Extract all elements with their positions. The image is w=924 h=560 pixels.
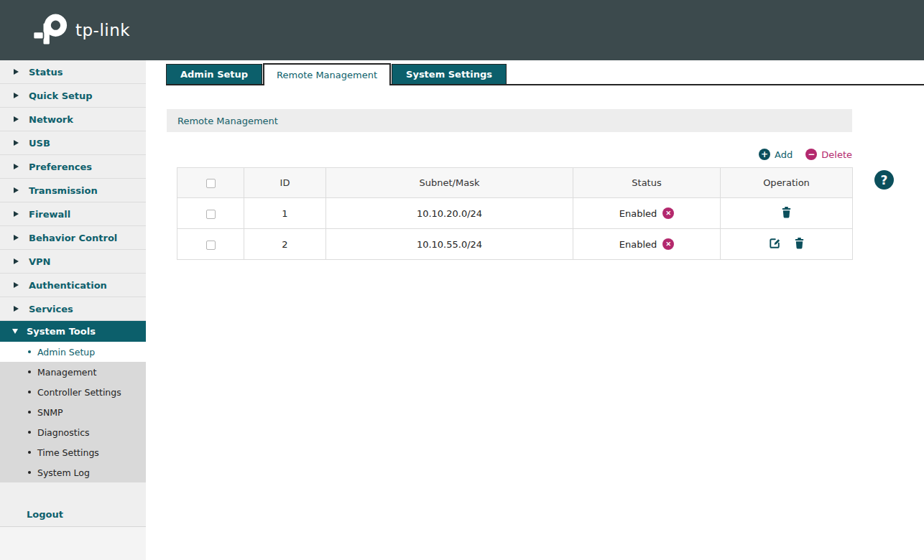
sidebar-subitem-label: Admin Setup bbox=[37, 347, 95, 358]
sidebar-subitem-label: Controller Settings bbox=[37, 387, 121, 398]
delete-button-label: Delete bbox=[821, 149, 852, 160]
chevron-right-icon bbox=[14, 306, 19, 312]
top-header: tp-link bbox=[0, 0, 924, 60]
bullet-icon bbox=[28, 451, 31, 454]
status-cell: Enabled ✕ bbox=[573, 198, 721, 229]
sidebar-item-preferences[interactable]: Preferences bbox=[0, 155, 146, 179]
bullet-icon bbox=[28, 411, 31, 414]
delete-row-button[interactable] bbox=[777, 206, 795, 220]
sidebar-item-behavior-control[interactable]: Behavior Control bbox=[0, 226, 146, 250]
sidebar-item-vpn[interactable]: VPN bbox=[0, 250, 146, 274]
bullet-icon bbox=[28, 391, 31, 393]
subnet-mask-cell: 10.10.55.0/24 bbox=[326, 229, 573, 260]
status-text: Enabled bbox=[619, 239, 657, 250]
sidebar-item-transmission[interactable]: Transmission bbox=[0, 179, 146, 202]
subnet-mask-cell: 10.10.20.0/24 bbox=[326, 198, 573, 229]
bullet-icon bbox=[28, 370, 31, 373]
table-row: 2 10.10.55.0/24 Enabled ✕ bbox=[177, 229, 853, 260]
sidebar-subitem-label: SNMP bbox=[37, 407, 63, 418]
sidebar-item-firewall[interactable]: Firewall bbox=[0, 202, 146, 226]
tab-bar: Admin Setup Remote Management System Set… bbox=[166, 63, 924, 85]
disable-button[interactable]: ✕ bbox=[662, 207, 674, 219]
chevron-right-icon bbox=[14, 140, 19, 146]
column-header-operation: Operation bbox=[721, 168, 853, 198]
sidebar-item-authentication[interactable]: Authentication bbox=[0, 274, 146, 297]
sidebar-subitem-label: Diagnostics bbox=[37, 427, 90, 438]
chevron-right-icon bbox=[14, 164, 19, 169]
sidebar: Status Quick Setup Network USB Preferenc… bbox=[0, 60, 146, 560]
logout-section: Logout bbox=[0, 482, 146, 527]
add-button[interactable]: + Add bbox=[759, 149, 793, 160]
add-button-label: Add bbox=[775, 149, 793, 160]
tp-link-logo: tp-link bbox=[32, 14, 130, 47]
sidebar-item-label: Quick Setup bbox=[29, 90, 93, 101]
sidebar-subitem-admin-setup[interactable]: Admin Setup bbox=[0, 342, 146, 362]
section-header: Remote Management bbox=[167, 109, 852, 132]
select-all-checkbox[interactable] bbox=[206, 179, 216, 188]
bullet-icon bbox=[28, 471, 31, 474]
tp-link-logo-mark bbox=[32, 14, 69, 47]
delete-row-button[interactable] bbox=[790, 237, 808, 251]
disable-button[interactable]: ✕ bbox=[662, 238, 674, 250]
row-checkbox[interactable] bbox=[206, 210, 216, 219]
column-header-id: ID bbox=[244, 168, 326, 198]
close-icon: ✕ bbox=[665, 241, 671, 248]
chevron-right-icon bbox=[14, 235, 19, 241]
column-header-subnet-mask: Subnet/Mask bbox=[326, 168, 573, 198]
sidebar-subitem-management[interactable]: Management bbox=[0, 362, 146, 382]
section-title: Remote Management bbox=[177, 116, 278, 126]
minus-icon: − bbox=[805, 149, 817, 160]
help-button[interactable]: ? bbox=[874, 170, 894, 190]
logout-button[interactable]: Logout bbox=[0, 502, 146, 526]
sidebar-item-label: Status bbox=[29, 67, 63, 78]
sidebar-subitem-diagnostics[interactable]: Diagnostics bbox=[0, 422, 146, 442]
tab-remote-management[interactable]: Remote Management bbox=[263, 63, 391, 85]
sidebar-item-network[interactable]: Network bbox=[0, 108, 146, 131]
bullet-icon bbox=[28, 431, 31, 434]
sidebar-filler bbox=[0, 527, 146, 560]
chevron-right-icon bbox=[14, 211, 19, 217]
sidebar-item-label: Preferences bbox=[29, 162, 92, 172]
plus-icon: + bbox=[759, 149, 770, 160]
chevron-right-icon bbox=[14, 187, 19, 193]
sidebar-subitem-label: Time Settings bbox=[37, 447, 99, 458]
tab-admin-setup[interactable]: Admin Setup bbox=[166, 64, 262, 84]
sidebar-item-label: Transmission bbox=[29, 185, 98, 196]
sidebar-subitem-controller-settings[interactable]: Controller Settings bbox=[0, 382, 146, 402]
status-text: Enabled bbox=[619, 208, 657, 219]
sidebar-item-label: System Tools bbox=[27, 326, 96, 337]
toolbar: + Add − Delete bbox=[167, 149, 852, 160]
id-cell: 2 bbox=[244, 229, 326, 260]
close-icon: ✕ bbox=[665, 210, 671, 217]
sidebar-item-usb[interactable]: USB bbox=[0, 131, 146, 155]
sidebar-subitem-system-log[interactable]: System Log bbox=[0, 462, 146, 482]
row-checkbox[interactable] bbox=[206, 241, 216, 250]
table-header-row: ID Subnet/Mask Status Operation bbox=[177, 168, 853, 198]
sidebar-item-label: Behavior Control bbox=[29, 233, 117, 243]
row-select-cell bbox=[177, 198, 244, 229]
sidebar-item-status[interactable]: Status bbox=[0, 60, 146, 84]
sidebar-item-label: Authentication bbox=[29, 280, 107, 291]
delete-button[interactable]: − Delete bbox=[805, 149, 852, 160]
sidebar-subitem-snmp[interactable]: SNMP bbox=[0, 402, 146, 422]
operation-cell bbox=[721, 229, 853, 260]
sidebar-item-label: Network bbox=[29, 114, 73, 125]
sidebar-item-label: Services bbox=[29, 304, 73, 314]
sidebar-subitem-label: Management bbox=[37, 367, 96, 378]
chevron-right-icon bbox=[14, 258, 19, 264]
trash-icon bbox=[794, 237, 805, 251]
sidebar-item-services[interactable]: Services bbox=[0, 297, 146, 321]
question-icon: ? bbox=[881, 173, 888, 187]
edit-button[interactable] bbox=[765, 237, 785, 251]
tab-system-settings[interactable]: System Settings bbox=[392, 64, 507, 84]
sidebar-item-quick-setup[interactable]: Quick Setup bbox=[0, 84, 146, 108]
remote-management-table: ID Subnet/Mask Status Operation 1 10.10.… bbox=[177, 167, 853, 260]
sidebar-item-label: VPN bbox=[29, 256, 50, 267]
sidebar-item-system-tools[interactable]: System Tools bbox=[0, 321, 146, 342]
sidebar-nav: Status Quick Setup Network USB Preferenc… bbox=[0, 60, 146, 321]
table-row: 1 10.10.20.0/24 Enabled ✕ bbox=[177, 198, 853, 229]
tp-link-logo-text: tp-link bbox=[75, 21, 130, 39]
sidebar-subitem-time-settings[interactable]: Time Settings bbox=[0, 442, 146, 462]
tab-label: System Settings bbox=[406, 69, 492, 80]
chevron-down-icon bbox=[12, 329, 18, 334]
